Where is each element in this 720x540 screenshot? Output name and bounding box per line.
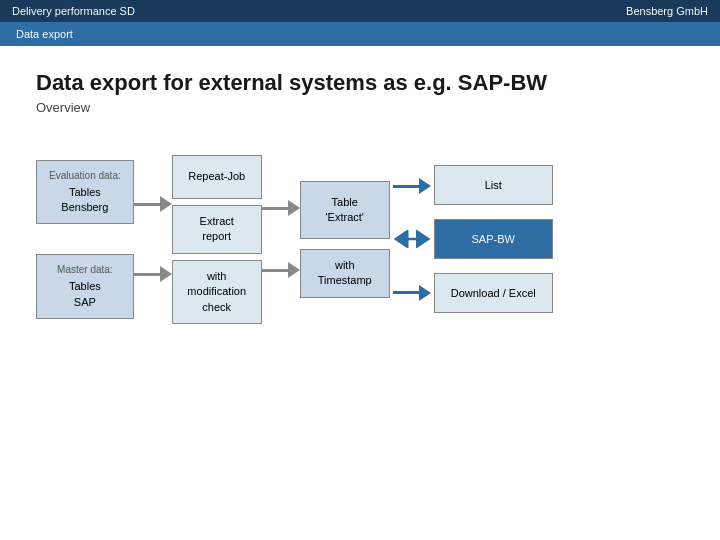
center-col: Repeat-Job Extract report with modificat… xyxy=(172,155,262,324)
arrow-2-top xyxy=(262,199,300,217)
main-content: Data export for external systems as e.g.… xyxy=(0,46,720,348)
table-extract-label: Table 'Extract' xyxy=(326,195,364,226)
output-col: List SAP-BW Download / Excel xyxy=(434,165,553,313)
arrow-1-bot xyxy=(134,265,172,283)
mod-check-label: with modification check xyxy=(187,269,246,315)
double-arrow-sapbw xyxy=(390,230,434,248)
table-timestamp-label: with Timestamp xyxy=(318,258,372,289)
arrow-blue-top xyxy=(393,177,431,195)
arrow-col-3 xyxy=(390,159,434,319)
arrow-col-1 xyxy=(134,169,172,309)
repeat-job-label: Repeat-Job xyxy=(188,169,245,184)
master-box: Master data: Tables SAP xyxy=(36,254,134,319)
table-timestamp-box: with Timestamp xyxy=(300,249,390,298)
output-download-box: Download / Excel xyxy=(434,273,553,313)
table-extract-col: Table 'Extract' with Timestamp xyxy=(300,181,390,298)
header-title: Delivery performance SD xyxy=(12,5,135,17)
evaluation-box: Evaluation data: Tables Bensberg xyxy=(36,160,134,225)
nav-bar: Data export xyxy=(0,22,720,46)
arrow-right-1 xyxy=(262,199,300,217)
master-value: Tables SAP xyxy=(69,279,101,310)
breadcrumb: Data export xyxy=(16,28,73,40)
output-list-label: List xyxy=(485,178,502,193)
arrow-right-2 xyxy=(262,261,300,279)
table-extract-box: Table 'Extract' xyxy=(300,181,390,239)
header-bar: Delivery performance SD Bensberg GmbH xyxy=(0,0,720,22)
eval-value: Tables Bensberg xyxy=(61,185,108,216)
arrow-col-2 xyxy=(262,159,300,319)
mod-check-box: with modification check xyxy=(172,260,262,324)
master-label: Master data: xyxy=(57,263,113,277)
extract-report-label: Extract report xyxy=(200,214,234,245)
left-col: Evaluation data: Tables Bensberg Master … xyxy=(36,160,134,320)
page-subtitle: Overview xyxy=(36,100,684,115)
extract-report-box: Extract report xyxy=(172,205,262,254)
arrow-2-bot xyxy=(262,261,300,279)
arrow-1-top xyxy=(134,195,172,213)
output-list-box: List xyxy=(434,165,553,205)
page-title: Data export for external systems as e.g.… xyxy=(36,70,684,96)
repeat-job-box: Repeat-Job xyxy=(172,155,262,199)
diagram: Evaluation data: Tables Bensberg Master … xyxy=(36,155,684,324)
output-sapbw-label: SAP-BW xyxy=(472,232,515,247)
header-brand: Bensberg GmbH xyxy=(626,5,708,17)
arrow-blue-bot xyxy=(393,284,431,302)
eval-label: Evaluation data: xyxy=(49,169,121,183)
output-sapbw-box: SAP-BW xyxy=(434,219,553,259)
output-download-label: Download / Excel xyxy=(451,286,536,301)
double-arrow-svg xyxy=(390,230,434,248)
